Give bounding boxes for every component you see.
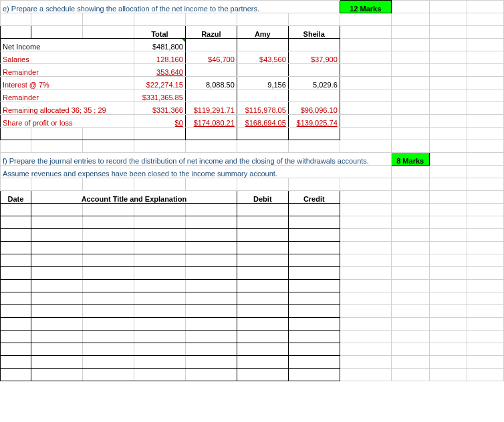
marks-badge-f: 8 Marks	[391, 153, 429, 166]
col-p1: Razul	[185, 26, 237, 39]
label-alloc: Remaining allocated 36; 35 ; 29	[1, 102, 134, 115]
label-net-income: Net Income	[1, 39, 134, 51]
journal-row[interactable]	[1, 331, 504, 343]
spreadsheet: e) Prepare a schedule showing the alloca…	[0, 0, 504, 381]
col-debit: Debit	[237, 191, 288, 204]
journal-row[interactable]	[1, 204, 504, 216]
label-rem1: Remainder	[1, 64, 134, 77]
row-net-income: Net Income $481,800	[1, 39, 504, 51]
val-int-p1[interactable]: 8,088.50	[185, 77, 237, 89]
col-date: Date	[1, 191, 31, 204]
question-e-row: e) Prepare a schedule showing the alloca…	[1, 1, 504, 13]
question-f-line2: Assume revenues and expenses have been c…	[1, 166, 392, 178]
col-credit: Credit	[288, 191, 340, 204]
journal-row[interactable]	[1, 229, 504, 242]
row-share: Share of profit or loss $0 $174,080.21 $…	[1, 115, 504, 128]
val-int-p3[interactable]: 5,029.6	[288, 77, 340, 89]
question-f-row: f) Prepare the journal entries to record…	[1, 153, 504, 166]
val-sal-total[interactable]: 128,160	[134, 51, 185, 64]
journal-row[interactable]	[1, 318, 504, 331]
row-interest: Interest @ 7% $22,274.15 8,088.50 9,156 …	[1, 77, 504, 89]
question-e-text: e) Prepare a schedule showing the alloca…	[1, 1, 340, 13]
journal-header-row: Date Account Title and Explanation Debit…	[1, 191, 504, 204]
val-share-total[interactable]: $0	[134, 115, 185, 128]
row-remainder2: Remainder $331,365.85	[1, 89, 504, 102]
label-interest: Interest @ 7%	[1, 77, 134, 89]
row-salaries: Salaries 128,160 $46,700 $43,560 $37,900	[1, 51, 504, 64]
question-f-line1: f) Prepare the journal entries to record…	[1, 153, 392, 166]
journal-row[interactable]	[1, 254, 504, 267]
journal-row[interactable]	[1, 369, 504, 381]
label-rem2: Remainder	[1, 89, 134, 102]
journal-row[interactable]	[1, 343, 504, 356]
val-share-p3[interactable]: $139,025.74	[288, 115, 340, 128]
val-sal-p3[interactable]: $37,900	[288, 51, 340, 64]
val-share-p2[interactable]: $168,694.05	[237, 115, 288, 128]
val-alloc-p2[interactable]: $115,978.05	[237, 102, 288, 115]
val-sal-p1[interactable]: $46,700	[185, 51, 237, 64]
journal-row[interactable]	[1, 356, 504, 369]
col-p3: Sheila	[288, 26, 340, 39]
row-remaining-alloc: Remaining allocated 36; 35 ; 29 $331,366…	[1, 102, 504, 115]
val-alloc-p1[interactable]: $119,291.71	[185, 102, 237, 115]
journal-row[interactable]	[1, 242, 504, 254]
journal-row[interactable]	[1, 280, 504, 292]
label-salaries: Salaries	[1, 51, 134, 64]
row-remainder1: Remainder 353,640	[1, 64, 504, 77]
val-rem1-total[interactable]: 353,640	[134, 64, 185, 77]
label-share: Share of profit or loss	[1, 115, 134, 128]
journal-row[interactable]	[1, 267, 504, 280]
val-net-income-total[interactable]: $481,800	[134, 39, 185, 51]
journal-row[interactable]	[1, 305, 504, 318]
col-p2: Amy	[237, 26, 288, 39]
marks-badge-e: 12 Marks	[340, 1, 391, 13]
col-account: Account Title and Explanation	[31, 191, 237, 204]
journal-row[interactable]	[1, 292, 504, 305]
schedule-header-row: Total Razul Amy Sheila	[1, 26, 504, 39]
val-alloc-total[interactable]: $331,366	[134, 102, 185, 115]
journal-row[interactable]	[1, 216, 504, 229]
val-rem2-total[interactable]: $331,365.85	[134, 89, 185, 102]
val-share-p1[interactable]: $174,080.21	[185, 115, 237, 128]
col-total: Total	[134, 26, 185, 39]
val-alloc-p3[interactable]: $96,096.10	[288, 102, 340, 115]
val-int-p2[interactable]: 9,156	[237, 77, 288, 89]
val-int-total[interactable]: $22,274.15	[134, 77, 185, 89]
val-sal-p2[interactable]: $43,560	[237, 51, 288, 64]
